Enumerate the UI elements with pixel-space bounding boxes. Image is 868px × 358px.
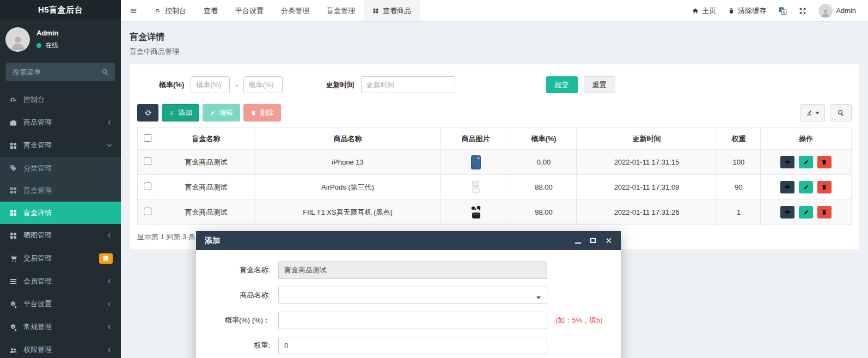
- blindbox-icon: [9, 232, 17, 240]
- navbar-user-menu[interactable]: Admin: [818, 4, 856, 18]
- pencil-icon: [803, 159, 809, 165]
- sidebar-item-permissions[interactable]: 权限管理: [0, 338, 121, 358]
- export-button[interactable]: [800, 104, 825, 122]
- sidebar-item-blindbox-group[interactable]: 盲盒管理: [0, 134, 121, 157]
- tab-label: 分类管理: [281, 6, 309, 16]
- clear-cache-button[interactable]: 清除缓存: [728, 6, 766, 16]
- sidebar-item-members[interactable]: 会员管理: [0, 270, 121, 293]
- content-panel: 概率(%) - 更新时间 提交 重置 添加: [130, 64, 859, 250]
- translate-button[interactable]: [778, 7, 787, 15]
- cell-weight: 1: [717, 200, 761, 225]
- col-update-time: 更新时间: [577, 128, 717, 150]
- probability-min-input[interactable]: [191, 76, 230, 93]
- chevron-left-icon: [106, 119, 113, 126]
- row-edit-button[interactable]: [799, 181, 813, 193]
- row-move-button[interactable]: [780, 156, 794, 168]
- sidebar-item-general-settings[interactable]: 常规管理: [0, 315, 121, 338]
- row-edit-button[interactable]: [799, 206, 813, 219]
- search-icon[interactable]: [101, 68, 109, 76]
- fullscreen-button[interactable]: [799, 7, 806, 15]
- tag-icon: [9, 164, 17, 172]
- sidebar-item-blindbox-detail[interactable]: 盲盒详情: [0, 202, 121, 224]
- translate-icon: [778, 7, 787, 15]
- refresh-button[interactable]: [137, 104, 158, 122]
- user-status-label: 在线: [45, 41, 58, 50]
- probability-field[interactable]: [278, 312, 547, 329]
- plus-icon: [169, 110, 175, 116]
- chevron-left-icon: [106, 278, 113, 284]
- page-subtitle: 盲盒中商品管理: [130, 47, 859, 57]
- sidebar-item-label: 盲盒管理: [23, 141, 106, 150]
- table-row: 盲盒商品测试 iPhone 13 0.00 2022-01-11 17:31:1…: [138, 150, 852, 175]
- row-checkbox[interactable]: [144, 157, 151, 165]
- sidebar-item-blindbox[interactable]: 盲盒管理: [0, 179, 121, 202]
- delete-button[interactable]: 删除: [243, 104, 281, 122]
- sidebar-item-photos[interactable]: 晒图管理: [0, 224, 121, 247]
- sidebar-search-input[interactable]: [6, 63, 115, 81]
- sidebar-item-platform-settings[interactable]: 平台设置: [0, 293, 121, 315]
- tab-categories[interactable]: 分类管理: [272, 0, 318, 21]
- products-table: 盲盒名称 商品名称 商品图片 概率(%) 更新时间 权重 操作 盲盒商品测试 i…: [137, 128, 852, 225]
- edit-button[interactable]: 编辑: [203, 104, 240, 122]
- row-delete-button[interactable]: [817, 156, 832, 168]
- sidebar-item-label: 盲盒管理: [23, 186, 113, 196]
- minimize-icon[interactable]: [575, 237, 581, 245]
- chevron-left-icon: [106, 347, 113, 353]
- tab-view-products[interactable]: 查看商品: [364, 0, 420, 21]
- sidebar-item-dashboard[interactable]: 控制台: [0, 88, 121, 111]
- trash-icon: [728, 8, 735, 14]
- arrows-move-icon: [784, 159, 791, 165]
- sidebar-search: [6, 63, 115, 81]
- tab-platform-settings[interactable]: 平台设置: [227, 0, 272, 21]
- reset-button[interactable]: 重置: [584, 76, 615, 93]
- chevron-left-icon: [106, 301, 113, 307]
- blindbox-icon: [9, 209, 17, 217]
- tab-dashboard[interactable]: 控制台: [146, 0, 195, 21]
- select-all-checkbox[interactable]: [144, 134, 151, 142]
- sidebar-item-categories[interactable]: 分类管理: [0, 157, 121, 179]
- avatar: [818, 4, 833, 18]
- tab-blindbox[interactable]: 盲盒管理: [318, 0, 364, 21]
- cell-product-name: iPhone 13: [255, 150, 441, 175]
- col-product-image: 商品图片: [441, 128, 511, 150]
- home-label: 主页: [702, 6, 716, 16]
- tab-view[interactable]: 查看: [195, 0, 227, 21]
- maximize-icon[interactable]: [590, 237, 596, 245]
- weight-field[interactable]: [278, 337, 547, 354]
- sidebar-item-products[interactable]: 商品管理: [0, 111, 121, 134]
- chevron-left-icon: [106, 232, 113, 239]
- export-icon: [806, 110, 812, 116]
- sidebar-item-trades[interactable]: 交易管理 新: [0, 247, 121, 270]
- add-button-label: 添加: [178, 108, 192, 118]
- cell-update-time: 2022-01-11 17:31:15: [577, 150, 717, 175]
- probability-max-input[interactable]: [243, 76, 283, 93]
- product-select[interactable]: [278, 287, 547, 304]
- row-checkbox[interactable]: [144, 183, 151, 190]
- add-button[interactable]: 添加: [162, 104, 199, 122]
- row-delete-button[interactable]: [817, 206, 832, 219]
- table-row: 盲盒商品测试 AirPods (第三代) 88.00 2022-01-11 17…: [138, 175, 852, 200]
- trash-icon: [821, 209, 827, 215]
- row-delete-button[interactable]: [817, 181, 832, 193]
- dialog-titlebar: 添加 ✕: [196, 231, 621, 250]
- submit-button[interactable]: 提交: [546, 76, 578, 93]
- row-edit-button[interactable]: [799, 156, 813, 168]
- close-icon[interactable]: ✕: [605, 237, 612, 245]
- add-dialog: 添加 ✕ 盲盒名称: 商品名称: 概率(%) (%)： (如：5%，填5) 权重…: [196, 231, 621, 358]
- update-time-input[interactable]: [361, 76, 455, 93]
- top-navbar: 控制台 查看 平台设置 分类管理 盲盒管理 查看商品 主页 清除缓存: [121, 0, 868, 22]
- gears-icon: [9, 323, 17, 331]
- search-icon: [837, 109, 845, 117]
- row-move-button[interactable]: [780, 181, 794, 193]
- sidebar-item-label: 商品管理: [23, 118, 106, 128]
- row-checkbox[interactable]: [144, 208, 151, 215]
- sidebar-toggle-button[interactable]: [121, 0, 146, 21]
- search-toggle-button[interactable]: [830, 104, 852, 122]
- cell-box-name: 盲盒商品测试: [157, 200, 255, 225]
- tab-label: 控制台: [165, 6, 186, 16]
- sidebar-item-label: 权限管理: [23, 345, 106, 355]
- sidebar-item-label: 平台设置: [23, 299, 106, 309]
- trash-icon: [250, 110, 256, 116]
- row-move-button[interactable]: [780, 206, 794, 219]
- home-link[interactable]: 主页: [692, 6, 716, 16]
